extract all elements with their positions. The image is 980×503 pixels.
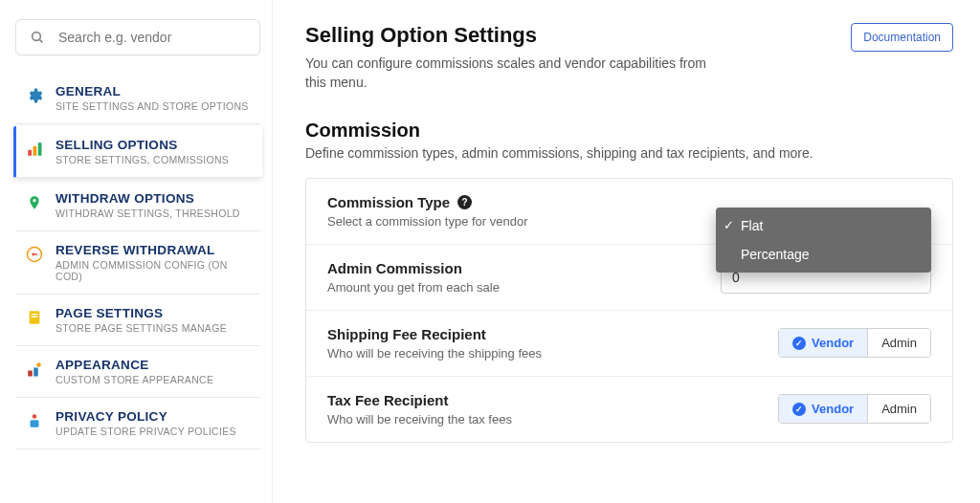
sidebar-item-label: REVERSE WITHDRAWAL	[56, 243, 251, 257]
search-input[interactable]	[58, 30, 246, 45]
svg-rect-10	[33, 368, 38, 377]
search-icon	[30, 30, 45, 45]
section-desc: Define commission types, admin commissio…	[305, 145, 953, 161]
row-commission-type: Commission Type ? Select a commission ty…	[306, 179, 952, 245]
documentation-button[interactable]: Documentation	[851, 23, 953, 52]
row-label: Admin Commission	[327, 260, 711, 276]
row-shipping-recipient: Shipping Fee Recipient Who will be recei…	[306, 311, 952, 377]
sidebar-item-label: PRIVACY POLICY	[56, 409, 251, 424]
page-icon	[25, 308, 44, 327]
svg-rect-9	[28, 371, 33, 377]
sidebar-item-page-settings[interactable]: PAGE SETTINGS STORE PAGE SETTINGS MANAGE	[15, 295, 260, 346]
pin-icon	[25, 193, 44, 212]
sidebar-item-sub: ADMIN COMMISSION CONFIG (ON COD)	[56, 259, 251, 282]
row-sub: Who will be receiving the tax fees	[327, 412, 711, 426]
svg-rect-13	[31, 420, 39, 427]
sidebar-item-label: SELLING OPTIONS	[56, 138, 253, 152]
dropdown-option-percentage[interactable]: Percentage	[716, 240, 931, 269]
sidebar-item-reverse-withdrawal[interactable]: REVERSE WITHDRAWAL ADMIN COMMISSION CONF…	[15, 231, 260, 295]
section-title: Commission	[305, 120, 953, 142]
row-label: Tax Fee Recipient	[327, 392, 711, 408]
toggle-label: Vendor	[812, 402, 854, 416]
toggle-label: Admin	[881, 402, 917, 416]
sidebar-item-appearance[interactable]: APPEARANCE CUSTOM STORE APPEARANCE	[15, 346, 260, 398]
check-icon: ✓	[792, 337, 806, 350]
sidebar-item-withdraw-options[interactable]: WITHDRAW OPTIONS WITHDRAW SETTINGS, THRE…	[15, 180, 260, 231]
sidebar-item-label: PAGE SETTINGS	[56, 306, 251, 320]
sidebar-item-sub: SITE SETTINGS AND STORE OPTIONS	[56, 100, 251, 112]
gear-icon	[25, 86, 44, 105]
svg-rect-8	[32, 317, 38, 317]
commission-settings: Commission Type ? Select a commission ty…	[305, 178, 953, 443]
sidebar-item-label: GENERAL	[56, 84, 251, 98]
svg-point-0	[33, 33, 41, 41]
sidebar-item-label: WITHDRAW OPTIONS	[56, 191, 251, 206]
svg-rect-4	[38, 142, 42, 156]
sidebar-item-sub: UPDATE STORE PRIVACY POLICIES	[56, 426, 251, 437]
dropdown-option-flat[interactable]: Flat	[716, 211, 931, 240]
row-sub: Amount you get from each sale	[327, 280, 711, 295]
toggle-admin[interactable]: ✓ Admin	[868, 395, 930, 423]
svg-point-12	[33, 414, 37, 419]
svg-point-11	[36, 362, 41, 367]
search-box[interactable]	[15, 19, 260, 55]
toggle-label: Vendor	[812, 336, 854, 350]
tax-recipient-toggle[interactable]: ✓ Vendor ✓ Admin	[778, 394, 931, 424]
sidebar-item-sub: WITHDRAW SETTINGS, THRESHOLD	[56, 208, 251, 219]
row-label: Shipping Fee Recipient	[327, 326, 711, 342]
toggle-vendor[interactable]: ✓ Vendor	[779, 329, 867, 357]
sidebar-item-sub: CUSTOM STORE APPEARANCE	[56, 374, 251, 385]
sidebar-item-sub: STORE PAGE SETTINGS MANAGE	[56, 322, 251, 334]
svg-line-1	[39, 39, 42, 42]
toggle-label: Admin	[881, 336, 917, 350]
chart-icon	[25, 140, 44, 159]
reverse-icon	[25, 245, 44, 264]
svg-rect-7	[32, 314, 38, 315]
help-icon[interactable]: ?	[457, 195, 472, 209]
row-tax-recipient: Tax Fee Recipient Who will be receiving …	[306, 377, 952, 442]
commission-type-dropdown[interactable]: Flat Percentage	[716, 208, 931, 273]
row-label: Commission Type	[327, 194, 450, 210]
sidebar-item-privacy-policy[interactable]: PRIVACY POLICY UPDATE STORE PRIVACY POLI…	[15, 398, 260, 449]
shipping-recipient-toggle[interactable]: ✓ Vendor ✓ Admin	[778, 328, 931, 358]
page-desc: You can configure commissions scales and…	[305, 54, 717, 93]
toggle-vendor[interactable]: ✓ Vendor	[779, 395, 867, 423]
sidebar-item-selling-options[interactable]: SELLING OPTIONS STORE SETTINGS, COMMISSI…	[13, 126, 262, 178]
svg-rect-2	[28, 150, 32, 156]
svg-rect-3	[33, 146, 37, 156]
sidebar-item-general[interactable]: GENERAL SITE SETTINGS AND STORE OPTIONS	[15, 73, 260, 124]
toggle-admin[interactable]: ✓ Admin	[868, 329, 930, 357]
page-title: Selling Option Settings	[305, 23, 717, 48]
row-sub: Who will be receiving the shipping fees	[327, 346, 711, 361]
appearance-icon	[25, 360, 44, 379]
row-sub: Select a commission type for vendor	[327, 214, 711, 229]
check-icon: ✓	[792, 403, 806, 416]
sidebar-item-sub: STORE SETTINGS, COMMISSIONS	[56, 154, 253, 165]
privacy-icon	[25, 411, 44, 430]
sidebar-item-label: APPEARANCE	[56, 358, 251, 372]
